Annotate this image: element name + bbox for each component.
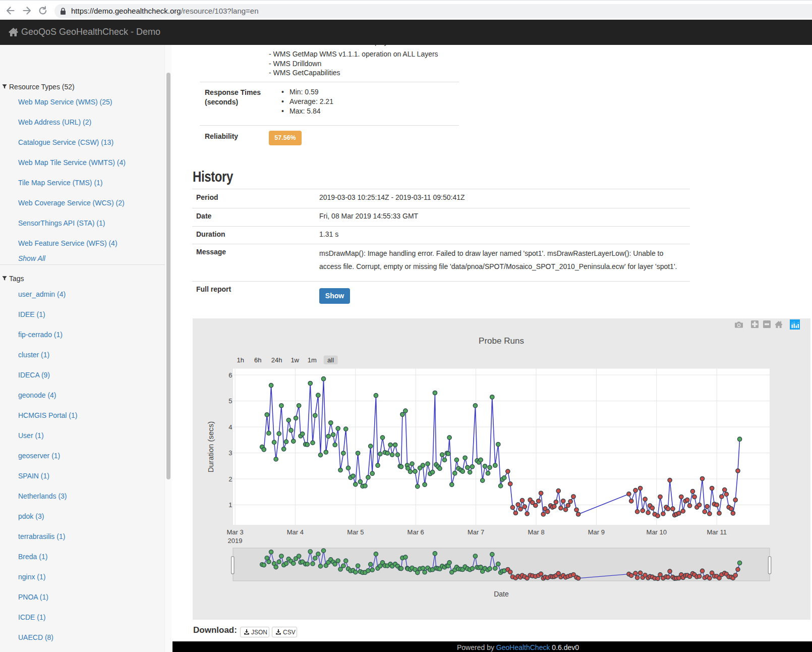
svg-text:Mar 11: Mar 11 — [707, 528, 727, 536]
svg-text:6h: 6h — [254, 356, 261, 364]
svg-text:Mar 3: Mar 3 — [226, 528, 243, 536]
svg-text:6: 6 — [228, 371, 232, 379]
svg-text:Date: Date — [494, 590, 509, 598]
svg-text:Mar 7: Mar 7 — [468, 528, 484, 536]
svg-text:2: 2 — [228, 475, 232, 483]
svg-text:Mar 8: Mar 8 — [528, 528, 544, 536]
svg-text:2019: 2019 — [228, 537, 243, 545]
svg-text:1w: 1w — [291, 356, 299, 364]
svg-text:Mar 5: Mar 5 — [347, 528, 364, 536]
svg-text:1: 1 — [228, 501, 232, 509]
svg-text:Mar 6: Mar 6 — [408, 528, 424, 536]
svg-text:3: 3 — [228, 449, 232, 457]
svg-text:Mar 4: Mar 4 — [287, 528, 304, 536]
svg-text:Mar 10: Mar 10 — [647, 528, 667, 536]
svg-text:Duration (secs): Duration (secs) — [206, 421, 215, 473]
svg-text:24h: 24h — [271, 356, 282, 364]
svg-text:1h: 1h — [237, 356, 244, 364]
svg-text:all: all — [327, 356, 334, 364]
svg-text:4: 4 — [228, 423, 232, 431]
svg-text:5: 5 — [228, 397, 232, 405]
svg-text:Probe Runs: Probe Runs — [479, 336, 524, 346]
svg-text:1m: 1m — [308, 356, 317, 364]
svg-text:Mar 9: Mar 9 — [588, 528, 605, 536]
